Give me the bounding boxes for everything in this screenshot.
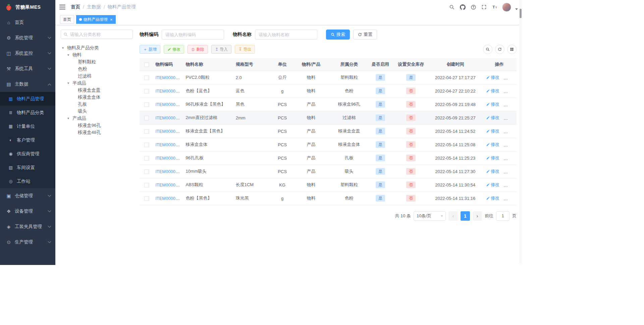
- fullscreen-icon[interactable]: [481, 4, 487, 10]
- enabled-badge[interactable]: 是: [376, 128, 385, 134]
- tree-node[interactable]: ▾产成品: [61, 115, 133, 122]
- edit-row-button[interactable]: 修改: [486, 128, 499, 134]
- sidebar-subitem[interactable]: ◉供应商管理: [0, 147, 55, 161]
- item-code-link[interactable]: ITEM00000041: [155, 89, 183, 94]
- sidebar-subitem[interactable]: ▧车间设置: [0, 161, 55, 174]
- goto-page-input[interactable]: [496, 211, 509, 221]
- tree-node[interactable]: 移液盒盒体: [61, 94, 133, 101]
- enabled-badge[interactable]: 是: [376, 114, 385, 121]
- category-search-input[interactable]: [61, 30, 133, 39]
- delete-button[interactable]: 删除: [187, 45, 208, 54]
- font-size-icon[interactable]: TT: [491, 4, 498, 10]
- github-icon[interactable]: [459, 4, 466, 10]
- sidebar-item[interactable]: ▣仓储管理: [0, 188, 55, 204]
- enabled-badge[interactable]: 是: [376, 141, 385, 148]
- select-all-checkbox[interactable]: [144, 62, 149, 67]
- scrollbar-track[interactable]: [519, 0, 522, 265]
- sidebar-item[interactable]: ⚒系统工具: [0, 61, 55, 76]
- row-checkbox[interactable]: [144, 129, 149, 134]
- enabled-badge[interactable]: 是: [376, 88, 385, 94]
- reset-button[interactable]: 重置: [353, 30, 377, 40]
- tab-active[interactable]: 物料产品管理×: [76, 15, 116, 24]
- edit-row-button[interactable]: 修改: [486, 74, 499, 80]
- sidebar-subitem[interactable]: ◐客户管理: [0, 133, 55, 147]
- safety-stock-badge[interactable]: 否: [406, 101, 416, 108]
- item-code-link[interactable]: ITEM00000046: [155, 102, 183, 107]
- sidebar-item[interactable]: ◫系统监控: [0, 46, 55, 61]
- sidebar-subitem[interactable]: ▦计量单位: [0, 119, 55, 133]
- sidebar-item[interactable]: ❖设备管理: [0, 204, 55, 219]
- sidebar-item[interactable]: ⚙系统管理: [0, 30, 55, 46]
- export-button[interactable]: ↧ 导出: [235, 45, 255, 54]
- sidebar-subitem[interactable]: ▥物料产品管理: [0, 92, 55, 106]
- tree-node[interactable]: 移液盒48孔: [61, 129, 133, 136]
- item-code-link[interactable]: ITEM00000037: [155, 75, 183, 80]
- row-checkbox[interactable]: [144, 183, 149, 187]
- material-name-input[interactable]: [255, 30, 317, 40]
- row-checkbox[interactable]: [144, 196, 149, 201]
- tree-node[interactable]: ▾物料: [61, 51, 133, 58]
- search-button[interactable]: 搜索: [326, 30, 350, 40]
- enabled-badge[interactable]: 是: [376, 101, 385, 108]
- item-code-link[interactable]: ITEM00000049: [155, 115, 183, 120]
- item-code-link[interactable]: ITEM00000053: [155, 156, 183, 161]
- enabled-badge[interactable]: 是: [376, 181, 385, 188]
- safety-stock-badge[interactable]: 是: [406, 74, 416, 81]
- item-code-link[interactable]: ITEM00000052: [155, 142, 183, 147]
- item-code-link[interactable]: ITEM00000055: [155, 182, 183, 187]
- edit-row-button[interactable]: 修改: [486, 115, 499, 121]
- row-checkbox[interactable]: [144, 169, 149, 174]
- page-size-select[interactable]: 10条/页 ▾: [414, 211, 446, 221]
- safety-stock-badge[interactable]: 否: [406, 128, 416, 134]
- safety-stock-badge[interactable]: 否: [406, 114, 416, 121]
- tree-node[interactable]: 过滤棉: [61, 72, 133, 79]
- next-page-button[interactable]: ›: [473, 211, 482, 221]
- enabled-badge[interactable]: 是: [376, 74, 385, 81]
- enabled-badge[interactable]: 是: [376, 195, 385, 202]
- safety-stock-badge[interactable]: 否: [406, 141, 416, 148]
- hamburger-icon[interactable]: [59, 5, 65, 9]
- tree-node[interactable]: ▾半成品: [61, 79, 133, 87]
- scrollbar-thumb[interactable]: [520, 9, 522, 18]
- safety-stock-badge[interactable]: 否: [406, 155, 416, 161]
- row-checkbox[interactable]: [144, 156, 149, 161]
- app-logo[interactable]: 苦糖果MES: [0, 0, 55, 15]
- chevron-down-icon[interactable]: [515, 8, 518, 10]
- toggle-columns-button[interactable]: [507, 45, 517, 54]
- edit-row-button[interactable]: 修改: [486, 101, 499, 107]
- user-avatar[interactable]: [502, 3, 511, 12]
- add-button[interactable]: ＋ 新增: [140, 45, 160, 54]
- tree-node[interactable]: 移液盒96孔: [61, 122, 133, 129]
- sidebar-item[interactable]: ⊙生产管理: [0, 234, 55, 250]
- edit-row-button[interactable]: 修改: [486, 182, 499, 188]
- search-icon[interactable]: [448, 4, 455, 10]
- safety-stock-badge[interactable]: 否: [406, 181, 416, 188]
- tree-node[interactable]: 色粉: [61, 65, 133, 72]
- tree-node[interactable]: 吸头: [61, 108, 133, 115]
- edit-row-button[interactable]: 修改: [486, 142, 499, 148]
- row-checkbox[interactable]: [144, 143, 149, 147]
- refresh-table-button[interactable]: [495, 45, 504, 54]
- sidebar-subitem[interactable]: ≣物料产品分类: [0, 106, 55, 119]
- safety-stock-badge[interactable]: 否: [406, 195, 416, 202]
- prev-page-button[interactable]: ‹: [448, 211, 458, 221]
- item-code-link[interactable]: ITEM00000056: [155, 196, 183, 201]
- tab-close-icon[interactable]: ×: [110, 17, 113, 22]
- breadcrumb-item[interactable]: 首页: [71, 4, 80, 10]
- edit-row-button[interactable]: 修改: [486, 195, 499, 201]
- edit-row-button[interactable]: 修改: [486, 168, 499, 174]
- item-code-link[interactable]: ITEM00000051: [155, 129, 183, 134]
- item-code-link[interactable]: ITEM00000054: [155, 169, 183, 174]
- toggle-search-button[interactable]: [483, 45, 492, 54]
- row-checkbox[interactable]: [144, 75, 149, 80]
- edit-row-button[interactable]: 修改: [486, 88, 499, 94]
- sidebar-item[interactable]: ▤主数据: [0, 76, 55, 92]
- sidebar-subitem[interactable]: ◎工作站: [0, 174, 55, 188]
- enabled-badge[interactable]: 是: [376, 155, 385, 161]
- help-icon[interactable]: [470, 4, 477, 10]
- edit-button[interactable]: 修改: [164, 45, 184, 54]
- material-code-input[interactable]: [162, 30, 224, 40]
- sidebar-item[interactable]: ◈工装夹具管理: [0, 219, 55, 234]
- sidebar-item[interactable]: ⌂首页: [0, 15, 55, 30]
- tree-node[interactable]: 移液盒盒盖: [61, 87, 133, 94]
